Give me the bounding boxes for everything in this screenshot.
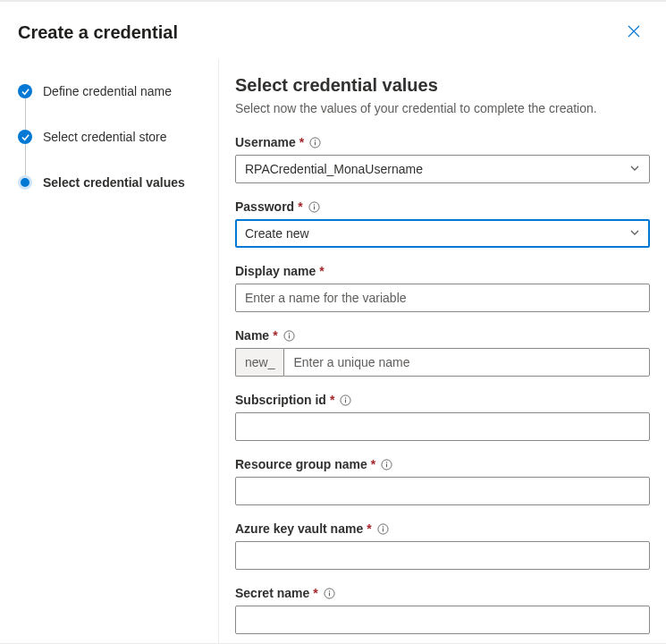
info-icon[interactable] xyxy=(377,523,389,535)
subscription-id-input[interactable] xyxy=(235,412,650,441)
secret-name-input[interactable] xyxy=(235,606,650,634)
secret-name-label: Secret name xyxy=(235,586,309,600)
content-subtitle: Select now the values of your credential… xyxy=(235,101,650,115)
svg-rect-17 xyxy=(383,528,384,531)
step-select-credential-store[interactable]: Select credential store xyxy=(18,130,202,144)
current-step-icon xyxy=(18,175,32,190)
chevron-down-icon xyxy=(629,226,640,241)
info-icon[interactable] xyxy=(381,459,392,470)
required-asterisk: * xyxy=(319,264,324,278)
name-input[interactable] xyxy=(283,348,650,377)
required-asterisk: * xyxy=(330,393,334,407)
username-label: Username xyxy=(235,135,296,149)
close-button[interactable] xyxy=(620,18,648,47)
resource-group-name-label: Resource group name xyxy=(235,457,367,471)
info-icon[interactable] xyxy=(308,201,320,213)
required-asterisk: * xyxy=(298,199,302,214)
step-connector xyxy=(25,98,26,130)
info-icon[interactable] xyxy=(324,588,335,599)
username-value: RPACredential_MonaUsername xyxy=(245,162,423,176)
step-select-credential-values[interactable]: Select credential values xyxy=(18,175,202,190)
svg-point-19 xyxy=(328,590,329,591)
azure-key-vault-name-label: Azure key vault name xyxy=(235,521,363,536)
svg-rect-2 xyxy=(315,141,316,145)
content-title: Select credential values xyxy=(235,75,650,96)
name-label: Name xyxy=(235,328,269,343)
required-asterisk: * xyxy=(313,586,317,600)
display-name-input[interactable] xyxy=(235,284,650,312)
close-icon xyxy=(628,25,640,40)
panel-title: Create a credential xyxy=(18,22,178,43)
display-name-label: Display name xyxy=(235,264,316,278)
svg-rect-5 xyxy=(314,206,315,209)
svg-point-1 xyxy=(315,140,316,140)
resource-group-name-input[interactable] xyxy=(235,477,650,505)
password-select[interactable]: Create new xyxy=(235,219,650,248)
password-value: Create new xyxy=(245,226,309,241)
svg-point-13 xyxy=(386,462,387,462)
svg-point-10 xyxy=(345,397,346,398)
wizard-steps: Define credential name Select credential… xyxy=(0,59,219,643)
info-icon[interactable] xyxy=(283,330,295,342)
subscription-id-label: Subscription id xyxy=(235,393,326,407)
name-prefix: new_ xyxy=(235,348,283,377)
password-label: Password xyxy=(235,199,294,214)
svg-point-4 xyxy=(313,204,314,205)
checkmark-icon xyxy=(18,84,32,98)
step-label: Select credential store xyxy=(43,130,167,144)
required-asterisk: * xyxy=(367,521,371,536)
info-icon[interactable] xyxy=(309,137,321,148)
svg-rect-20 xyxy=(329,592,330,596)
required-asterisk: * xyxy=(299,135,304,149)
svg-point-7 xyxy=(288,333,289,334)
required-asterisk: * xyxy=(371,457,375,471)
svg-rect-8 xyxy=(289,335,290,338)
azure-key-vault-name-input[interactable] xyxy=(235,541,650,570)
username-select[interactable]: RPACredential_MonaUsername xyxy=(235,155,650,183)
step-connector xyxy=(25,144,26,175)
svg-rect-14 xyxy=(386,463,387,467)
svg-rect-11 xyxy=(345,399,346,402)
svg-point-16 xyxy=(382,526,383,527)
required-asterisk: * xyxy=(273,328,277,343)
step-label: Define credential name xyxy=(43,84,172,98)
info-icon[interactable] xyxy=(340,394,351,406)
checkmark-icon xyxy=(18,130,32,144)
step-label: Select credential values xyxy=(43,175,185,190)
chevron-down-icon xyxy=(629,162,640,176)
step-define-credential-name[interactable]: Define credential name xyxy=(18,84,202,98)
